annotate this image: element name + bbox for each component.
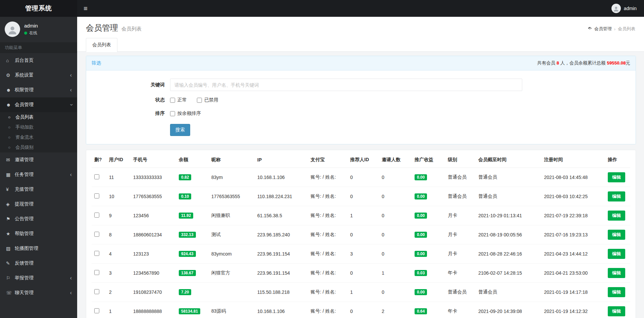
row-checkbox[interactable]: [94, 270, 99, 275]
cell-alipay: 账号: / 姓名:: [308, 225, 347, 244]
recharge-icon: ¥: [6, 187, 15, 192]
cell-income: 0.00: [412, 244, 445, 264]
cell-income: 0.00: [412, 283, 445, 302]
cell-income: 0.00: [412, 187, 445, 206]
cell-member-until: 普通会员: [476, 168, 541, 187]
breadcrumb: 会员管理 › 会员列表: [588, 26, 635, 32]
keyword-label: 关键词: [86, 82, 170, 88]
edit-button[interactable]: 编辑: [608, 172, 625, 182]
sidebar-item-dashboard[interactable]: ⌂后台首页: [0, 53, 77, 68]
sort-by-balance-checkbox[interactable]: [170, 111, 175, 116]
cell-referrer-id: 0: [347, 302, 379, 318]
cell-delete: [92, 264, 106, 283]
keyword-input[interactable]: [170, 79, 522, 91]
sidebar-item-permissions[interactable]: ☻权限管理: [0, 83, 77, 97]
breadcrumb-item-members[interactable]: 会员管理: [594, 26, 612, 32]
cell-invites: 0: [379, 283, 412, 302]
row-checkbox[interactable]: [94, 213, 99, 218]
help-icon: ★: [6, 231, 15, 236]
status-normal-checkbox[interactable]: [170, 98, 175, 103]
cell-member-until: 2021-08-19 00:05:56: [476, 225, 541, 244]
submenu-item-member-level[interactable]: ○会员级别: [0, 142, 77, 152]
submenu-item-member-list[interactable]: ○会员列表: [0, 112, 77, 122]
sidebar-item-withdrawals[interactable]: ◈提现管理: [0, 197, 77, 212]
cell-registered: 2021-01-19 14:17:18: [541, 283, 605, 302]
sidebar-item-invitations[interactable]: ✉邀请管理: [0, 152, 77, 167]
balance-badge: 58134.81: [179, 308, 200, 314]
row-checkbox[interactable]: [94, 289, 99, 294]
tab-member-list[interactable]: 会员列表: [86, 38, 117, 52]
cell-invites: 1: [379, 264, 412, 283]
status-disabled-option[interactable]: 已禁用: [197, 97, 218, 103]
status-disabled-checkbox[interactable]: [197, 98, 202, 103]
col-actions: 操作: [605, 152, 630, 168]
submenu-item-fund-flow[interactable]: ○资金流水: [0, 132, 77, 142]
cell-balance: 11.92: [176, 206, 209, 225]
topbar-username: admin: [624, 6, 637, 11]
edit-button[interactable]: 编辑: [608, 287, 625, 297]
sidebar-item-help[interactable]: ★帮助管理: [0, 226, 77, 241]
submenu-item-manual-credit[interactable]: ○手动加款: [0, 122, 77, 132]
sidebar-item-system-settings[interactable]: ⚙系统设置: [0, 68, 77, 83]
member-summary: 共有会员 8 人，会员余额累计总额 59550.08元: [537, 60, 630, 66]
income-badge: 0.00: [415, 174, 427, 180]
sidebar-item-carousel[interactable]: ▨轮播图管理: [0, 241, 77, 256]
edit-button[interactable]: 编辑: [608, 230, 625, 240]
cell-member-until: 2021-10-29 01:13:41: [476, 206, 541, 225]
sidebar-item-tasks[interactable]: ▦任务管理: [0, 167, 77, 182]
col-user-id: 用户ID: [106, 152, 130, 168]
app-logo[interactable]: 管理系统: [0, 0, 77, 17]
content-body: 筛选 共有会员 8 人，会员余额累计总额 59550.08元 关键词 状态 正常: [77, 52, 644, 318]
table-row: 4 123123 924.43 83ymcom 223.96.191.154 账…: [92, 244, 630, 264]
circle-icon: ○: [8, 145, 15, 150]
status-label: 状态: [86, 97, 170, 103]
row-checkbox[interactable]: [94, 232, 99, 237]
income-badge: 0.00: [415, 251, 427, 257]
cell-phone: 13333333333: [130, 168, 176, 187]
sidebar-item-recharge[interactable]: ¥充值管理: [0, 182, 77, 197]
cell-level: 普通会员: [445, 168, 476, 187]
sort-label: 排序: [86, 110, 170, 117]
col-invites: 邀请人数: [379, 152, 412, 168]
edit-button[interactable]: 编辑: [608, 306, 625, 316]
col-nickname: 昵称: [209, 152, 255, 168]
cell-registered: 2021-01-19 14:12:32: [541, 302, 605, 318]
sidebar-item-announcements[interactable]: ⚑公告管理: [0, 212, 77, 226]
edit-button[interactable]: 编辑: [608, 249, 625, 259]
sidebar-item-feedback[interactable]: ✎反馈管理: [0, 256, 77, 271]
cell-phone: 1234567890: [130, 264, 176, 283]
edit-button[interactable]: 编辑: [608, 268, 625, 278]
table-panel: 删? 用户ID 手机号 余额 昵称 IP 支付宝 推荐人ID 邀请人数 推广收益…: [86, 150, 636, 318]
row-checkbox[interactable]: [94, 308, 99, 313]
cell-balance: 924.43: [176, 244, 209, 264]
cell-ip: 223.96.191.154: [255, 244, 308, 264]
edit-button[interactable]: 编辑: [608, 191, 625, 201]
cell-user-id: 4: [106, 244, 130, 264]
tab-bar: 会员列表: [77, 38, 644, 52]
circle-icon: ○: [8, 135, 15, 140]
search-button[interactable]: 搜索: [170, 124, 190, 136]
status-normal-option[interactable]: 正常: [170, 97, 187, 103]
edit-button[interactable]: 编辑: [608, 211, 625, 221]
status-row: 状态 正常 已禁用: [86, 97, 636, 103]
cell-delete: [92, 168, 106, 187]
balance-badge: 332.13: [179, 232, 196, 238]
sidebar-item-reports[interactable]: ⚐举报管理: [0, 271, 77, 285]
sidebar-toggle-button[interactable]: ≡: [77, 0, 94, 17]
filter-panel: 筛选 共有会员 8 人，会员余额累计总额 59550.08元 关键词 状态 正常: [86, 56, 636, 144]
sidebar-item-chat[interactable]: ☏聊天管理: [0, 285, 77, 300]
filter-toggle-link[interactable]: 筛选: [92, 60, 101, 66]
members-table: 删? 用户ID 手机号 余额 昵称 IP 支付宝 推荐人ID 邀请人数 推广收益…: [92, 152, 630, 318]
breadcrumb-separator: ›: [614, 27, 615, 32]
sort-by-balance-option[interactable]: 按余额排序: [170, 110, 201, 117]
row-checkbox[interactable]: [94, 193, 99, 198]
sidebar-item-members[interactable]: ☻会员管理: [0, 97, 77, 112]
row-checkbox[interactable]: [94, 174, 99, 179]
table-body: 11 13333333333 0.82 83ym 10.168.1.106 账号…: [92, 168, 630, 318]
cell-income: 0.64: [412, 302, 445, 318]
gears-icon: ⚙: [6, 73, 15, 78]
topbar-user-menu[interactable]: admin: [604, 0, 644, 17]
topbar-spacer: [94, 0, 604, 17]
row-checkbox[interactable]: [94, 251, 99, 256]
balance-total: 59550.08: [607, 60, 626, 65]
